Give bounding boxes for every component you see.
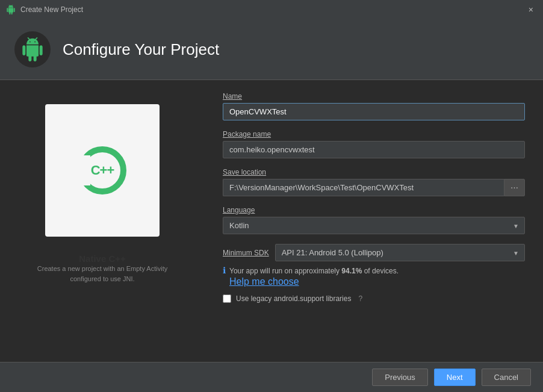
save-location-input-wrapper: ⋯	[223, 179, 525, 196]
save-location-input[interactable]	[223, 179, 504, 196]
dialog-footer: Previous Next Cancel	[0, 362, 543, 392]
sdk-info-row: ℹ Your app will run on approximately 94.…	[223, 265, 525, 287]
min-sdk-label: Minimum SDK	[223, 249, 269, 257]
package-label: Package name	[223, 130, 525, 138]
dialog-content: Configure Your Project C++ Native C++ Cr…	[0, 19, 543, 392]
page-title: Configure Your Project	[63, 40, 219, 59]
title-bar: Create New Project ×	[0, 0, 543, 19]
save-location-label-text: Save location	[223, 168, 266, 176]
legacy-help-icon[interactable]: ?	[358, 294, 362, 303]
header-icon-container	[14, 31, 51, 67]
min-sdk-select[interactable]: API 21: Android 5.0 (Lollipop) API 22 AP…	[275, 244, 525, 261]
info-icon: ℹ	[223, 266, 226, 275]
next-button[interactable]: Next	[434, 369, 476, 386]
sdk-info-text-container: Your app will run on approximately 94.1%…	[229, 265, 399, 287]
title-bar-title: Create New Project	[20, 5, 83, 14]
package-input[interactable]	[223, 141, 525, 158]
min-sdk-label-text: Minimum SDK	[223, 249, 269, 257]
save-location-group: Save location ⋯	[223, 168, 525, 196]
sdk-select-wrapper: API 21: Android 5.0 (Lollipop) API 22 AP…	[275, 244, 525, 261]
project-type-label: Native C++	[79, 254, 126, 264]
language-select[interactable]: Kotlin Java	[223, 217, 525, 234]
legacy-checkbox[interactable]	[223, 294, 231, 303]
title-bar-left: Create New Project	[6, 5, 83, 14]
project-card: C++	[45, 104, 160, 237]
header-android-icon	[20, 37, 45, 61]
name-group: Name	[223, 92, 525, 120]
legacy-checkbox-row: Use legacy android.support libraries ?	[223, 294, 525, 303]
close-button[interactable]: ×	[525, 4, 537, 16]
language-label-text: Language	[223, 206, 255, 214]
name-label-text: Name	[223, 92, 242, 101]
legacy-label: Use legacy android.support libraries	[236, 294, 351, 303]
language-label: Language	[223, 206, 525, 214]
sdk-row: Minimum SDK API 21: Android 5.0 (Lollipo…	[223, 244, 525, 261]
android-icon	[6, 5, 16, 14]
previous-button[interactable]: Previous	[372, 369, 428, 386]
name-input[interactable]	[223, 103, 525, 120]
language-select-wrapper: Kotlin Java ▼	[223, 217, 525, 234]
save-location-label: Save location	[223, 168, 525, 176]
cpp-icon: C++	[78, 146, 126, 194]
browse-folder-button[interactable]: ⋯	[504, 179, 525, 196]
right-panel: Name Package name Save location	[205, 80, 543, 362]
main-area: C++ Native C++ Creates a new project wit…	[0, 80, 543, 362]
help-me-choose-link[interactable]: Help me choose	[229, 276, 399, 287]
name-label: Name	[223, 92, 525, 101]
language-group: Language Kotlin Java ▼	[223, 206, 525, 234]
cpp-text: C++	[91, 163, 114, 178]
package-label-text: Package name	[223, 130, 271, 138]
folder-icon: ⋯	[510, 183, 518, 192]
package-group: Package name	[223, 130, 525, 158]
dialog-header: Configure Your Project	[0, 19, 543, 80]
project-description: Creates a new project with an Empty Acti…	[12, 264, 193, 284]
sdk-info-text: Your app will run on approximately 94.1%…	[229, 267, 399, 275]
left-panel: C++ Native C++ Creates a new project wit…	[0, 80, 205, 362]
cancel-button[interactable]: Cancel	[482, 369, 531, 386]
